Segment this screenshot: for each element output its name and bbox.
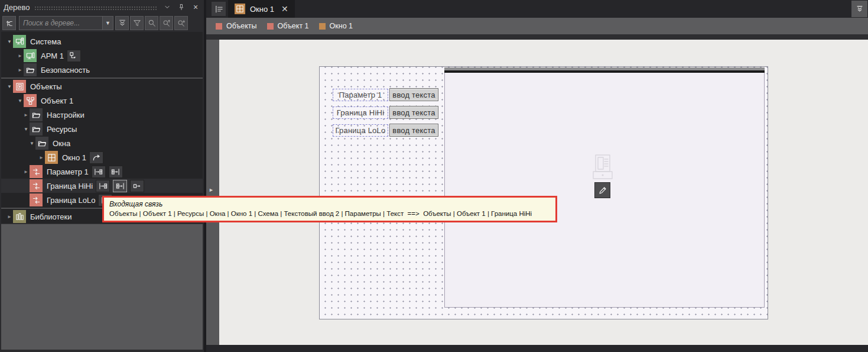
tree-row-1[interactable]: ►АРМ 1: [1, 49, 203, 63]
expand-closed-arrow-icon[interactable]: ►: [38, 155, 45, 160]
tree-item-label: Безопасность: [41, 66, 90, 75]
tab-okno-1[interactable]: Окно 1 ✕: [228, 0, 295, 18]
tree-panel-header: Дерево ×: [0, 0, 204, 14]
close-panel-icon[interactable]: ×: [191, 2, 200, 12]
tree-empty-area: [1, 224, 203, 350]
breadcrumb-color-square: [267, 23, 274, 30]
canvas-text-input-button-2[interactable]: ввод текста: [389, 124, 438, 137]
tab-list-icon[interactable]: [212, 2, 226, 16]
breadcrumb: ОбъектыОбъект 1Окно 1: [206, 18, 868, 34]
search-input[interactable]: [19, 16, 103, 30]
canvas-text-input-button-0[interactable]: ввод текста: [389, 88, 438, 101]
system-icon: [13, 35, 26, 48]
link-ext-button[interactable]: [130, 180, 144, 192]
tree-item-label: Объект 1: [41, 96, 73, 105]
tree-item-label: Настройки: [47, 111, 84, 120]
edit-pencil-button[interactable]: [594, 182, 610, 198]
tree-row-11[interactable]: Граница HiHi: [1, 179, 203, 193]
tree-item-label: Библиотеки: [30, 212, 71, 221]
tree-row-6[interactable]: ►Настройки: [1, 108, 203, 122]
tree-item-label: Граница LoLo: [47, 196, 95, 205]
link-out-button[interactable]: [113, 180, 127, 192]
pin-icon[interactable]: [177, 2, 186, 12]
breadcrumb-color-square: [319, 23, 326, 30]
folder-icon: [35, 137, 48, 150]
breadcrumb-item-0[interactable]: Объекты: [216, 22, 257, 30]
tree-row-4[interactable]: ▼Объекты: [1, 79, 203, 93]
collapse-all-button[interactable]: [115, 16, 129, 30]
breadcrumb-label: Объект 1: [278, 22, 309, 30]
tree-row-7[interactable]: ▼Ресурсы: [1, 122, 203, 136]
tree-row-8[interactable]: ▼Окна: [1, 136, 203, 150]
panel-menu-chevron-icon[interactable]: [162, 2, 172, 12]
breadcrumb-item-1[interactable]: Объект 1: [267, 22, 309, 30]
search-next-button[interactable]: [174, 16, 188, 30]
locate-in-tree-button[interactable]: [2, 16, 16, 30]
tree-item-label: Объекты: [30, 82, 62, 91]
expand-panel-arrow-icon[interactable]: ►: [209, 187, 214, 193]
breadcrumb-item-2[interactable]: Окно 1: [319, 22, 353, 30]
tree-panel: Дерево × ▼ ▼Система►АРМ 1►Безопасность▼О…: [0, 0, 204, 352]
breadcrumb-label: Объекты: [226, 22, 257, 30]
canvas-text-label-2[interactable]: Граница LoLo: [333, 124, 388, 137]
param-icon: [30, 193, 43, 206]
search-dropdown-button[interactable]: ▼: [103, 16, 113, 30]
tree-item-label: Граница HiHi: [47, 182, 93, 190]
canvas-text-label-1[interactable]: Граница HiHi: [333, 106, 388, 119]
expand-closed-arrow-icon[interactable]: ►: [22, 112, 30, 118]
object-icon: [24, 94, 37, 107]
tree-row-9[interactable]: ►Окно 1: [1, 150, 203, 164]
canvas-text-input-button-1[interactable]: ввод текста: [389, 106, 438, 119]
collapsed-panel-strip[interactable]: ►: [206, 40, 219, 345]
param-icon: [30, 179, 43, 192]
tree-row-0[interactable]: ▼Система: [1, 34, 203, 49]
expand-closed-arrow-icon[interactable]: ►: [6, 214, 13, 219]
objects-icon: [13, 80, 26, 93]
panel-drag-handle[interactable]: [34, 6, 158, 10]
window-icon: [45, 151, 58, 164]
tree-items: ▼Система►АРМ 1►Безопасность▼Объекты▼Объе…: [1, 32, 203, 350]
tree-item-label: Ресурсы: [47, 125, 77, 134]
tab-bar: Окно 1 ✕: [206, 0, 868, 18]
expand-open-arrow-icon[interactable]: ▼: [28, 141, 35, 146]
bottom-bar: [206, 345, 868, 352]
expand-open-arrow-icon[interactable]: ▼: [22, 127, 30, 132]
folder-icon: [24, 63, 37, 76]
link-out-button[interactable]: [109, 166, 123, 178]
tab-label: Окно 1: [250, 5, 274, 14]
expand-open-arrow-icon[interactable]: ▼: [6, 39, 13, 44]
expand-closed-arrow-icon[interactable]: ►: [17, 53, 24, 59]
tree-item-label: Параметр 1: [47, 167, 89, 176]
expand-closed-arrow-icon[interactable]: ►: [17, 67, 24, 73]
link-in-button[interactable]: [92, 166, 106, 178]
expand-closed-arrow-icon[interactable]: ►: [22, 169, 30, 175]
folder-icon: [30, 122, 43, 135]
expand-open-arrow-icon[interactable]: ▼: [17, 98, 24, 104]
tree-item-label: Система: [30, 37, 61, 46]
tree-row-2[interactable]: ►Безопасность: [1, 63, 203, 77]
arm-icon: [24, 49, 37, 62]
tree-row-5[interactable]: ▼Объект 1: [1, 93, 203, 108]
toolbar-separator: [206, 34, 868, 40]
search-button[interactable]: [145, 16, 158, 30]
tooltip-title: Входящая связь: [109, 200, 550, 208]
expand-open-arrow-icon[interactable]: ▼: [6, 84, 13, 89]
link-in-button[interactable]: [96, 180, 110, 192]
breadcrumb-label: Окно 1: [330, 22, 353, 30]
tab-close-icon[interactable]: ✕: [281, 4, 288, 14]
tree-item-label: Окно 1: [62, 153, 86, 162]
tree-item-label: Окна: [53, 139, 70, 148]
canvas-text-label-0[interactable]: Параметр 1: [333, 89, 388, 101]
tree-panel-title: Дерево: [4, 3, 30, 12]
tree-row-10[interactable]: ►Параметр 1: [1, 164, 203, 179]
goto-button[interactable]: [67, 50, 81, 62]
open-button[interactable]: [89, 151, 103, 164]
tab-overflow-button[interactable]: [851, 1, 867, 17]
folder-icon: [30, 108, 43, 121]
filter-button[interactable]: [130, 16, 144, 30]
breadcrumb-color-square: [216, 23, 222, 30]
search-previous-button[interactable]: [160, 16, 173, 30]
tree-item-label: АРМ 1: [41, 51, 64, 60]
tooltip-path: Объекты | Объект 1 | Ресурсы | Окна | Ок…: [109, 210, 550, 217]
param-icon: [30, 165, 43, 178]
